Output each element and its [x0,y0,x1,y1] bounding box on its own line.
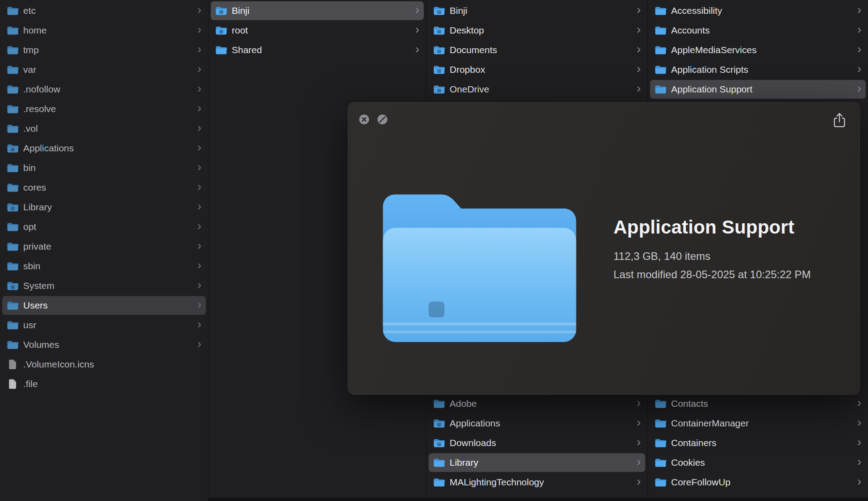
chevron-right-icon: › [197,83,201,95]
folder-icon [655,25,667,36]
folder-icon [655,458,667,468]
file-name: root [232,25,411,36]
chevron-right-icon: › [197,259,201,271]
chevron-right-icon: › [637,43,641,55]
window-bottom-edge [209,498,868,501]
file-name: Downloads [450,438,632,448]
file-row-application-support[interactable]: Application Support› [650,80,866,99]
file-name: MALightingTechnology [450,477,632,488]
file-name: OneDrive [450,84,632,95]
file-name: Cookies [671,457,853,468]
chevron-right-icon: › [637,397,641,409]
file-row-library[interactable]: Library› [2,198,206,217]
folder-icon [655,418,667,429]
file-name: Library [450,457,632,468]
folder-dropbox-icon [433,65,445,75]
file-row-bin[interactable]: bin› [2,159,206,177]
chevron-right-icon: › [197,43,201,55]
folder-icon [655,6,667,16]
finder-column-roots[interactable]: etc›home›tmp›var›.nofollow›.resolve›.vol… [0,0,209,501]
file-row--resolve[interactable]: .resolve› [2,100,206,118]
file-row-applications[interactable]: Applications› [429,414,645,433]
chevron-right-icon: › [197,200,201,213]
folder-home-icon [433,6,445,16]
chevron-right-icon: › [637,417,641,429]
file-row-private[interactable]: private› [2,237,206,256]
folder-icon [7,163,19,173]
file-row-application-scripts[interactable]: Application Scripts› [650,60,866,79]
folder-icon [7,124,19,134]
folder-icon [7,222,19,232]
file-row-users[interactable]: Users› [2,296,206,315]
folder-documents-icon [433,45,445,55]
file-row-malightingtechnology[interactable]: MALightingTechnology› [429,473,645,492]
chevron-right-icon: › [415,43,419,55]
chevron-right-icon: › [197,181,201,193]
file-name: .file [23,379,201,389]
chevron-right-icon: › [197,220,201,232]
file-name: Accessibility [671,5,853,16]
file-row-root[interactable]: root› [211,21,424,40]
file-row--vol[interactable]: .vol› [2,119,206,138]
chevron-right-icon: › [197,299,201,311]
folder-desktop-icon [433,25,445,36]
folder-icon [655,477,667,488]
file-name: Adobe [450,398,632,409]
file-row-adobe[interactable]: Adobe› [429,394,645,413]
file-row-desktop[interactable]: Desktop› [429,21,645,40]
file-row-dropbox[interactable]: Dropbox› [429,60,645,79]
chevron-right-icon: › [857,456,861,468]
file-row-downloads[interactable]: Downloads› [429,434,645,452]
file-row-documents[interactable]: Documents› [429,41,645,59]
file-row--file[interactable]: .file [2,375,206,393]
file-row-opt[interactable]: opt› [2,217,206,236]
file-name: Shared [232,45,411,55]
folder-icon [7,340,19,350]
file-name: Binji [450,5,632,16]
folder-preview-icon [374,173,585,349]
share-icon[interactable] [833,112,846,128]
file-row-cookies[interactable]: Cookies› [650,453,866,472]
file-row-binji[interactable]: Binji› [429,1,645,20]
file-row-home[interactable]: home› [2,21,206,40]
chevron-right-icon: › [197,63,201,75]
file-row--volumeicon-icns[interactable]: .VolumeIcon.icns [2,355,206,374]
folder-icon [655,438,667,448]
file-row-cores[interactable]: cores› [2,178,206,197]
chevron-right-icon: › [197,318,201,330]
quicklook-details: 112,3 GB, 140 items [613,250,811,263]
file-row-shared[interactable]: Shared› [211,41,424,59]
file-row-etc[interactable]: etc› [2,1,206,20]
file-row-accounts[interactable]: Accounts› [650,21,866,40]
chevron-right-icon: › [197,24,201,36]
folder-icon [7,242,19,252]
file-row-accessibility[interactable]: Accessibility› [650,1,866,20]
file-row-tmp[interactable]: tmp› [2,41,206,59]
no-entry-icon[interactable] [376,113,388,125]
file-row-usr[interactable]: usr› [2,316,206,334]
file-row-var[interactable]: var› [2,60,206,79]
file-name: Accounts [671,25,853,36]
file-row-library[interactable]: Library› [429,453,645,472]
file-name: sbin [23,261,193,271]
image-file-icon [7,359,19,370]
file-name: Documents [450,45,632,55]
file-name: opt [23,221,193,232]
file-row-system[interactable]: System› [2,276,206,295]
close-icon[interactable] [358,113,370,125]
file-row-volumes[interactable]: Volumes› [2,335,206,354]
folder-icon [7,84,19,95]
file-row-onedrive[interactable]: OneDrive› [429,80,645,99]
file-row-contacts[interactable]: Contacts› [650,394,866,413]
file-row--nofollow[interactable]: .nofollow› [2,80,206,99]
file-row-sbin[interactable]: sbin› [2,257,206,276]
file-row-applemediaservices[interactable]: AppleMediaServices› [650,41,866,59]
file-row-binji[interactable]: Binji› [211,1,424,20]
file-row-applications[interactable]: Applications› [2,139,206,158]
folder-icon [7,6,19,16]
file-row-corefollowup[interactable]: CoreFollowUp› [650,473,866,492]
chevron-right-icon: › [415,4,419,16]
file-name: Applications [450,418,632,429]
file-row-containers[interactable]: Containers› [650,434,866,452]
file-row-containermanager[interactable]: ContainerManager› [650,414,866,433]
